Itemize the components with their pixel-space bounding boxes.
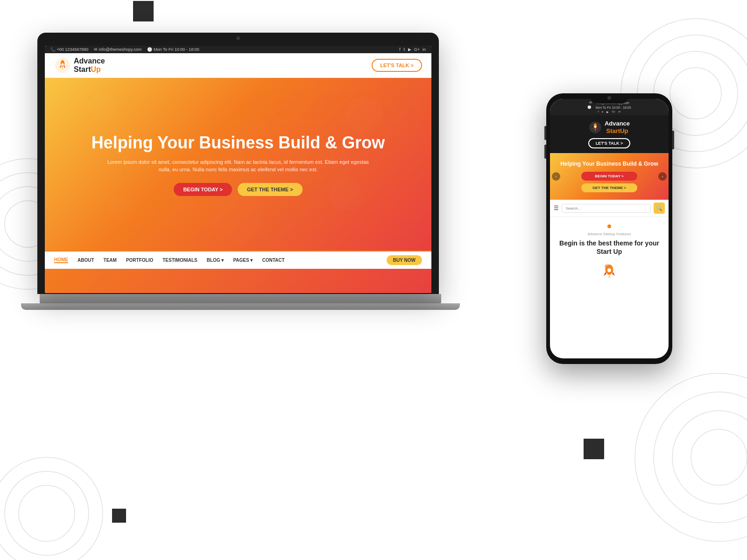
svg-point-16 (61, 63, 63, 66)
begin-today-button[interactable]: BEGIN TODAY > (174, 183, 232, 196)
phone-power-button (672, 131, 674, 149)
phone-device: ✉ info@themeshopy.com 🕒 Mon To Fri 10:00… (546, 93, 672, 383)
svg-text:🚀: 🚀 (261, 109, 282, 129)
phone-vol-up-button (544, 126, 546, 140)
site-nav: HOME ABOUT TEAM PORTFOLIO TESTIMONIALS B… (45, 251, 431, 269)
features-title: Begin is the best theme for your Start U… (555, 239, 664, 256)
phone-logo-text: Advance StartUp (605, 120, 630, 134)
phone-social-yt: ▶ (606, 110, 609, 113)
phone-social-row: f ✈ ▶ G+ in (555, 110, 664, 113)
social-gplus: G+ (414, 47, 420, 52)
lets-talk-button[interactable]: LET'S TALK > (372, 59, 422, 72)
hero-heading: Helping Your Business Build & Grow (92, 133, 385, 153)
site-topbar: 📞 +00 1234567890 ✉ info@themeshopy.com 🕒… (45, 46, 431, 53)
topbar-phone: 📞 +00 1234567890 (50, 47, 88, 52)
features-rocket-icon (600, 262, 619, 280)
social-yt: ▶ (408, 47, 411, 52)
phone-body: ✉ info@themeshopy.com 🕒 Mon To Fri 10:00… (546, 93, 672, 364)
nav-home[interactable]: HOME (54, 257, 68, 263)
svg-point-18 (345, 97, 383, 134)
phone-lets-talk-button[interactable]: LET'S TALK > (588, 138, 631, 148)
phone-hero-prev-arrow[interactable]: ‹ (552, 172, 560, 181)
phone-social-tw: ✈ (601, 110, 604, 113)
site-logo: Advance StartUp (54, 57, 105, 74)
nav-buy-button[interactable]: BUY NOW (387, 255, 422, 265)
phone-topbar-hours: Mon To Fri 10:00 - 18:00 (595, 106, 631, 109)
phone-topbar-hours-row: 🕒 Mon To Fri 10:00 - 18:00 (555, 105, 664, 109)
topbar-email: ✉ info@themeshopy.com (94, 47, 141, 52)
phone-hero: ‹ › Helping Your Business Build & Grow B… (550, 153, 669, 200)
logo-text: Advance StartUp (74, 57, 105, 74)
nav-team[interactable]: TEAM (104, 258, 117, 263)
phone-vol-down-button (544, 145, 546, 159)
features-dot-indicator (607, 224, 611, 228)
nav-contact[interactable]: CONTACT (262, 258, 284, 263)
nav-portfolio[interactable]: PORTFOLIO (126, 258, 153, 263)
laptop-stand (37, 294, 444, 310)
phone-social-fb: f (598, 110, 599, 113)
phone-social-gplus: G+ (612, 110, 615, 113)
main-wrapper: 📞 +00 1234567890 ✉ info@themeshopy.com 🕒… (0, 0, 747, 560)
topbar-left: 📞 +00 1234567890 ✉ info@themeshopy.com 🕒… (50, 47, 199, 52)
features-subtitle: Advance Startup Features (555, 232, 664, 236)
phone-theme-button[interactable]: GET THE THEME > (581, 183, 637, 192)
laptop-device: 📞 +00 1234567890 ✉ info@themeshopy.com 🕒… (37, 33, 444, 397)
svg-point-21 (108, 196, 134, 222)
nav-blog[interactable]: BLOG ▾ (207, 258, 224, 263)
phone-hero-heading: Helping Your Business Build & Grow (556, 161, 663, 167)
phone-hero-buttons: BEGIN TODAY > GET THE THEME > (556, 172, 663, 192)
social-tw: 𝕥 (403, 47, 405, 52)
hamburger-icon[interactable]: ☰ (554, 205, 559, 211)
phone-header: Advance StartUp LET'S TALK > (550, 115, 669, 153)
phone-features-section: Advance Startup Features Begin is the be… (550, 217, 669, 289)
hero-body: Lorem ipsum dolor sit amet, consectetur … (103, 158, 374, 174)
nav-about[interactable]: ABOUT (78, 258, 94, 263)
site-header: Advance StartUp LET'S TALK > (45, 53, 431, 78)
phone-rocket-logo (589, 121, 602, 134)
topbar-hours: 🕒 Mon To Fri 10:00 - 18:00 (147, 47, 199, 52)
social-fb: f (399, 47, 401, 52)
phone-search-button[interactable]: 🔍 (654, 203, 665, 214)
phone-begin-button[interactable]: BEGIN TODAY > (581, 172, 637, 181)
svg-point-27 (607, 268, 611, 272)
nav-pages[interactable]: PAGES ▾ (233, 258, 253, 263)
phone-screen: ✉ info@themeshopy.com 🕒 Mon To Fri 10:00… (550, 99, 669, 358)
laptop-screen: 📞 +00 1234567890 ✉ info@themeshopy.com 🕒… (45, 46, 431, 293)
phone-search-input[interactable] (562, 204, 651, 213)
phone-topbar-clock-icon: 🕒 (587, 105, 592, 109)
svg-point-26 (594, 126, 596, 127)
topbar-social: f 𝕥 ▶ G+ in (399, 47, 426, 52)
phone-logo: Advance StartUp (555, 120, 664, 134)
social-in: in (423, 47, 426, 52)
rocket-icon (54, 57, 71, 74)
svg-point-20 (329, 178, 362, 211)
nav-testimonials[interactable]: TESTIMONIALS (162, 258, 197, 263)
laptop-body: 📞 +00 1234567890 ✉ info@themeshopy.com 🕒… (37, 33, 439, 294)
hero-bottom-section (45, 269, 431, 293)
site-hero: ⚙ 💡 🚀 Helping Your Business Build & Grow… (45, 78, 431, 251)
phone-notch (591, 93, 628, 104)
phone-camera (607, 96, 611, 100)
phone-social-in: in (619, 110, 621, 113)
phone-search-bar: ☰ 🔍 (550, 200, 669, 217)
svg-point-19 (215, 195, 261, 241)
phone-hero-next-arrow[interactable]: › (658, 172, 667, 181)
get-theme-button[interactable]: GET THE THEME > (238, 183, 303, 196)
laptop-camera (236, 36, 240, 40)
laptop-foot (21, 303, 460, 310)
laptop-hinge (40, 294, 441, 303)
svg-point-17 (89, 92, 117, 120)
hero-buttons: BEGIN TODAY > GET THE THEME > (174, 183, 302, 196)
